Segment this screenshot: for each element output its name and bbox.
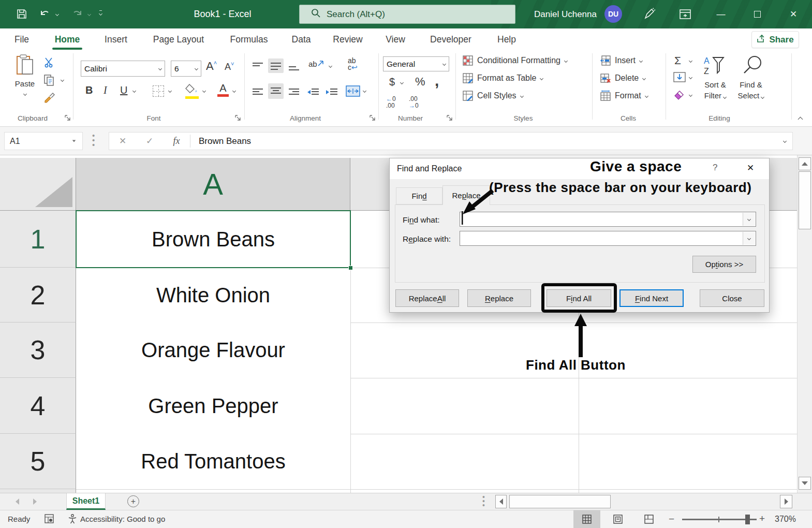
find-what-dropdown-icon[interactable] — [743, 213, 755, 226]
italic-button[interactable]: I — [104, 84, 107, 96]
find-what-field[interactable] — [460, 212, 756, 227]
name-box-dropdown-icon[interactable] — [72, 140, 76, 142]
borders-dropdown-icon[interactable] — [168, 89, 172, 93]
font-family-combo[interactable]: Calibri — [81, 61, 165, 77]
copy-dropdown-icon[interactable] — [61, 78, 64, 82]
cell-a4[interactable]: Green Pepper — [76, 378, 350, 434]
increase-indent-icon[interactable] — [325, 87, 338, 99]
find-select-icon[interactable] — [741, 54, 764, 79]
cell-styles-button[interactable]: Cell Styles — [463, 91, 523, 101]
autosum-icon[interactable]: Σ — [674, 54, 681, 67]
font-color-dropdown-icon[interactable] — [232, 89, 236, 93]
merge-center-icon[interactable] — [346, 85, 360, 99]
horizontal-scroll-thumb[interactable] — [509, 495, 611, 508]
dialog-close-icon[interactable]: ✕ — [747, 163, 754, 173]
font-color-icon[interactable]: A — [217, 82, 229, 97]
name-box-resize-dots[interactable]: ••• — [92, 133, 95, 147]
fill-handle[interactable] — [348, 266, 353, 270]
next-sheet-icon[interactable] — [33, 498, 37, 505]
zoom-level[interactable]: 370% — [775, 515, 796, 524]
insert-cells-button[interactable]: Insert — [600, 55, 642, 66]
fill-color-icon[interactable] — [185, 83, 199, 99]
increase-decimal-icon[interactable]: ←0 .00 — [386, 96, 396, 109]
page-break-view-button[interactable] — [636, 510, 662, 528]
font-dialog-launcher-icon[interactable] — [234, 114, 241, 123]
row-header-3[interactable]: 3 — [0, 322, 76, 378]
undo-dropdown-icon[interactable] — [55, 12, 59, 16]
fill-color-dropdown-icon[interactable] — [202, 89, 206, 93]
clipboard-dialog-launcher-icon[interactable] — [64, 114, 71, 123]
enter-icon[interactable]: ✓ — [136, 136, 163, 146]
scroll-right-button[interactable] — [780, 495, 792, 508]
increase-font-icon[interactable]: A˄ — [206, 60, 217, 73]
vertical-scroll-thumb[interactable] — [799, 171, 811, 229]
tab-formulas[interactable]: Formulas — [230, 28, 268, 50]
minimize-button[interactable]: — — [709, 0, 733, 28]
redo-icon[interactable] — [70, 7, 84, 23]
row-header-4[interactable]: 4 — [0, 378, 76, 434]
conditional-formatting-button[interactable]: Conditional Formatting — [463, 55, 567, 66]
decrease-decimal-icon[interactable]: .00 →0 — [409, 96, 419, 109]
expand-formula-bar-icon[interactable] — [783, 139, 787, 143]
clear-icon[interactable] — [673, 90, 687, 102]
font-size-combo[interactable]: 6 — [171, 61, 201, 77]
cell-a2[interactable]: White Onion — [76, 268, 350, 322]
column-header-a[interactable]: A — [76, 158, 350, 211]
scroll-left-button[interactable] — [495, 495, 507, 508]
underline-dropdown-icon[interactable] — [132, 89, 136, 93]
close-dialog-button[interactable]: Close — [700, 289, 764, 307]
user-name[interactable]: Daniel Uchenna — [534, 0, 597, 28]
customize-quick-access-icon[interactable] — [99, 10, 102, 15]
insert-function-icon[interactable]: fx — [163, 136, 190, 146]
fill-down-icon[interactable] — [673, 72, 686, 84]
zoom-in-icon[interactable]: + — [759, 513, 765, 524]
options-button[interactable]: Options >> — [692, 256, 756, 273]
select-all-corner[interactable] — [0, 158, 76, 211]
share-button[interactable]: Share — [751, 31, 799, 48]
tab-view[interactable]: View — [386, 28, 405, 50]
decrease-font-icon[interactable]: A˅ — [225, 61, 234, 72]
wrap-text-icon[interactable]: abc↩ — [348, 57, 358, 71]
paste-button[interactable]: Paste — [9, 54, 40, 108]
comma-style-icon[interactable]: , — [435, 72, 439, 90]
replace-with-dropdown-icon[interactable] — [743, 232, 755, 245]
tab-insert[interactable]: Insert — [105, 28, 127, 50]
undo-icon[interactable] — [38, 7, 52, 23]
alignment-dialog-launcher-icon[interactable] — [369, 114, 376, 123]
tabbar-resize-dots[interactable]: ••• — [482, 495, 485, 507]
align-right-icon[interactable] — [288, 87, 300, 99]
tab-file[interactable]: File — [14, 28, 29, 50]
collapse-ribbon-icon[interactable] — [798, 117, 803, 122]
format-painter-icon[interactable] — [43, 92, 56, 106]
number-dialog-launcher-icon[interactable] — [446, 114, 453, 123]
autosum-dropdown-icon[interactable] — [689, 59, 692, 63]
feedback-pen-icon[interactable] — [643, 7, 656, 23]
align-center-icon[interactable] — [268, 83, 284, 99]
percent-style-icon[interactable]: % — [415, 75, 425, 89]
zoom-slider-thumb[interactable] — [745, 515, 750, 524]
find-select-button[interactable]: Find & Select — [735, 79, 767, 101]
formula-input[interactable]: Brown Beans — [190, 136, 251, 146]
vertical-scrollbar[interactable] — [797, 155, 812, 493]
tab-home[interactable]: Home — [55, 28, 80, 50]
borders-icon[interactable] — [153, 85, 164, 97]
row-header-2[interactable]: 2 — [0, 268, 76, 322]
fill-dropdown-icon[interactable] — [689, 76, 692, 79]
find-what-input[interactable] — [461, 213, 741, 225]
replace-with-input[interactable] — [461, 232, 741, 244]
replace-with-field[interactable] — [460, 231, 756, 246]
prev-sheet-icon[interactable] — [16, 498, 19, 505]
maximize-button[interactable] — [745, 0, 769, 28]
align-left-icon[interactable] — [252, 87, 264, 99]
tab-review[interactable]: Review — [333, 28, 362, 50]
underline-button[interactable]: U — [120, 84, 127, 96]
align-top-icon[interactable] — [252, 62, 264, 73]
accessibility-icon[interactable] — [67, 514, 78, 525]
accounting-format-icon[interactable]: $ — [389, 76, 395, 88]
page-layout-view-button[interactable] — [604, 510, 631, 528]
dialog-title-bar[interactable]: Find and Replace ? ✕ — [390, 158, 769, 179]
number-format-combo[interactable]: General — [383, 56, 449, 71]
sheet-tab-sheet1[interactable]: Sheet1 — [66, 493, 106, 510]
format-as-table-button[interactable]: Format as Table — [463, 73, 543, 83]
cell-a5[interactable]: Red Tomantoes — [76, 434, 350, 489]
